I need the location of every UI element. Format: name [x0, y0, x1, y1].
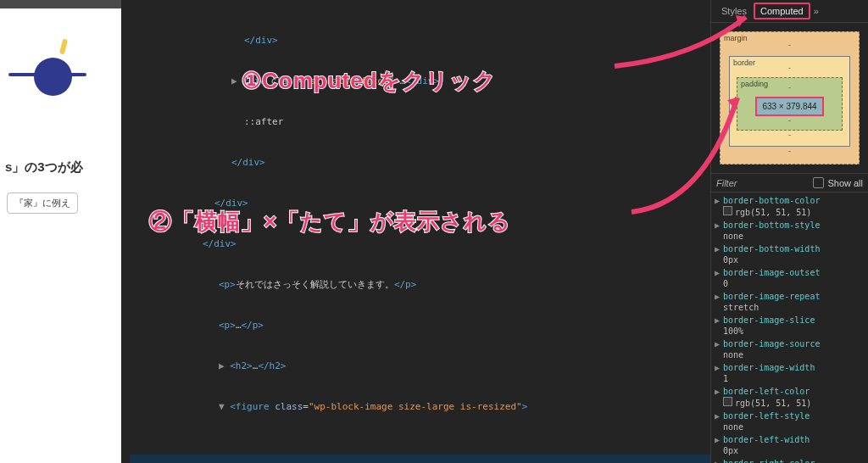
selected-element-block[interactable]: <noscript>…</noscript> <img src="https:/…: [130, 455, 711, 463]
box-model-content-size: 633 × 379.844: [755, 97, 823, 116]
page-heading-fragment: s」の3つが必: [5, 159, 121, 176]
computed-prop[interactable]: ▶border-bottom-width0px: [711, 243, 868, 266]
window-top-strip: [0, 0, 121, 8]
tab-styles[interactable]: Styles: [715, 3, 754, 20]
code-line-figure-open[interactable]: ▼ <figure class="wp-block-image size-lar…: [130, 400, 711, 414]
show-all-checkbox[interactable]: [813, 177, 824, 188]
computed-properties-list[interactable]: ▶border-bottom-colorrgb(51, 51, 51)▶bord…: [711, 192, 868, 463]
code-line[interactable]: </div>: [130, 237, 711, 251]
code-line[interactable]: ▶ <div class="st-kaiwa-face2">…</div>: [130, 75, 711, 88]
computed-prop[interactable]: ▶border-image-sourcenone: [711, 337, 868, 361]
computed-prop[interactable]: ▶border-image-width1: [711, 361, 868, 385]
code-line[interactable]: ▶ <h2>…</h2>: [130, 360, 711, 373]
code-line[interactable]: </div>: [130, 197, 711, 210]
elements-panel[interactable]: </div> ▶ <div class="st-kaiwa-face2">…</…: [121, 0, 711, 463]
computed-prop[interactable]: ▶border-bottom-stylenone: [711, 219, 868, 243]
computed-prop[interactable]: ▶border-image-repeatstretch: [711, 290, 868, 314]
box-model-diagram[interactable]: margin - border - padding - 633 × 379.84…: [711, 23, 868, 173]
code-line[interactable]: <p>…</p>: [130, 319, 711, 332]
code-line[interactable]: <p>それではさっそく解説していきます。</p>: [130, 278, 711, 292]
code-line[interactable]: </div>: [130, 34, 711, 47]
page-pill-label: 『家』に例え: [7, 192, 78, 214]
computed-prop[interactable]: ▶border-image-slice100%: [711, 314, 868, 337]
computed-prop[interactable]: ▶border-left-width0px: [711, 433, 868, 457]
tab-computed[interactable]: Computed: [754, 3, 810, 20]
code-line[interactable]: </div>: [130, 156, 711, 170]
computed-prop[interactable]: ▶border-right-color: [711, 457, 868, 463]
computed-prop[interactable]: ▶border-bottom-colorrgb(51, 51, 51): [711, 194, 868, 219]
underlying-page-sliver: s」の3つが必 『家』に例え: [0, 8, 121, 463]
filter-input[interactable]: Filter: [716, 178, 813, 188]
side-tabs: Styles Computed »: [711, 0, 868, 23]
computed-prop[interactable]: ▶border-left-colorrgb(51, 51, 51): [711, 385, 868, 410]
computed-prop[interactable]: ▶border-left-stylenone: [711, 410, 868, 433]
styles-sidebar: Styles Computed » margin - border - padd…: [710, 0, 868, 463]
more-tabs-icon[interactable]: »: [814, 6, 819, 16]
show-all-label: Show all: [827, 178, 863, 188]
filter-row: Filter Show all: [711, 173, 868, 192]
page-illustration: [8, 24, 102, 109]
computed-prop[interactable]: ▶border-image-outset0: [711, 266, 868, 290]
code-line[interactable]: ::after: [130, 115, 711, 129]
